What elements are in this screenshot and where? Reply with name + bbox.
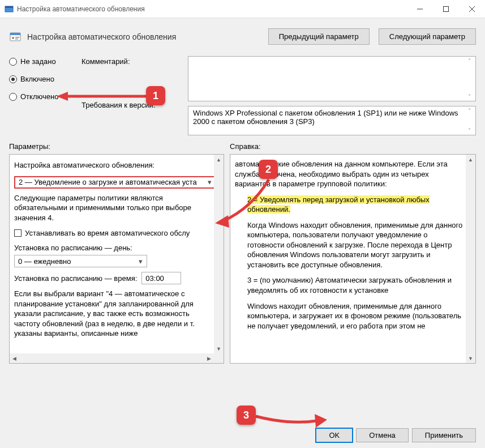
sched-time-label: Установка по расписанию — время: [14, 274, 137, 284]
radio-disabled[interactable]: Отключено [9, 92, 71, 101]
supported-on-box: Windows XP Professional с пакетом обновл… [188, 106, 476, 135]
options-title: Настройка автоматического обновления: [14, 160, 217, 170]
window-controls [407, 0, 485, 18]
svg-marker-14 [315, 414, 327, 428]
radio-icon [9, 58, 17, 66]
scroll-left-icon[interactable]: ◀ [10, 353, 19, 363]
radio-not-configured[interactable]: Не задано [9, 57, 71, 66]
comment-label: Комментарий: [81, 57, 178, 66]
sched-time-input[interactable]: 03:00 [141, 272, 181, 284]
radio-label: Включено [20, 75, 54, 83]
help-label: Справка: [230, 142, 476, 151]
close-button[interactable] [459, 0, 485, 18]
ok-button[interactable]: OK [316, 428, 353, 442]
svg-point-8 [12, 37, 14, 39]
radio-enabled[interactable]: Включено [9, 75, 71, 83]
combo-value: 0 — ежедневно [18, 257, 71, 267]
radio-label: Отключено [20, 92, 58, 101]
annotation-1: 1 [146, 86, 165, 105]
section-labels: Параметры: Справка: [0, 135, 485, 154]
supported-text: Windows XP Professional с пакетом обновл… [193, 109, 458, 126]
app-icon [5, 5, 14, 14]
maximize-button[interactable] [433, 0, 459, 18]
svg-rect-7 [10, 33, 20, 35]
scroll-corner [214, 353, 224, 363]
sched-day-combo[interactable]: 0 — ежедневно ▾ [14, 255, 147, 267]
options-pane: Настройка автоматического обновления: 2 … [9, 154, 224, 364]
scroll-down-icon[interactable]: ▼ [214, 344, 224, 353]
window-title: Настройка автоматического обновления [17, 5, 407, 13]
upper-section: Не задано Включено Отключено Комментарий… [0, 56, 485, 135]
svg-rect-1 [5, 6, 13, 8]
previous-setting-button[interactable]: Предыдущий параметр [268, 28, 370, 45]
cancel-button[interactable]: Отмена [356, 428, 409, 442]
svg-rect-3 [444, 6, 449, 11]
scroll-up-icon[interactable]: ▲ [466, 155, 475, 164]
maintenance-checkbox-row[interactable]: Устанавливать во время автоматического о… [14, 228, 217, 238]
annotation-3: 3 [237, 406, 256, 425]
state-radios: Не задано Включено Отключено [9, 56, 71, 135]
lower-section: Настройка автоматического обновления: 2 … [0, 154, 485, 364]
minimize-button[interactable] [407, 0, 433, 18]
apply-button[interactable]: Применить [412, 428, 476, 442]
options-tail-text: Если вы выбрали вариант "4 — автоматичес… [14, 289, 217, 339]
options-vscroll[interactable]: ▲ ▼ [214, 155, 224, 353]
options-hscroll[interactable]: ◀ ▶ [10, 353, 214, 363]
help-pane: автоматические обновления на данном комп… [230, 154, 476, 364]
checkbox-icon [14, 229, 22, 237]
radio-label: Не задано [20, 57, 56, 66]
radio-icon [9, 93, 17, 101]
options-note: Следующие параметры политики являются об… [14, 193, 217, 223]
help-p3: Когда Windows находит обновления, примен… [235, 220, 463, 270]
policy-title: Настройка автоматического обновления [27, 32, 259, 41]
update-mode-combo[interactable]: 2 — Уведомление о загрузке и автоматичес… [14, 176, 217, 189]
dialog-footer: OK Отмена Применить [316, 428, 476, 442]
annotation-2: 2 [259, 160, 278, 179]
upper-right: ˄˅ Windows XP Professional с пакетом обн… [188, 56, 476, 135]
svg-rect-10 [15, 39, 18, 40]
comment-textarea[interactable]: ˄˅ [188, 56, 476, 101]
help-p5: Windows находит обновления, применимые д… [235, 301, 463, 331]
svg-rect-9 [15, 37, 19, 38]
checkbox-label: Устанавливать во время автоматического о… [25, 228, 190, 238]
options-label: Параметры: [9, 142, 224, 151]
help-p4: 3 = (по умолчанию) Автоматически загружа… [235, 275, 463, 295]
policy-icon [9, 31, 22, 43]
sched-day-label: Установка по расписанию — день: [14, 243, 217, 253]
help-vscroll[interactable]: ▲ ▼ [466, 155, 475, 363]
policy-header: Настройка автоматического обновления Пре… [0, 18, 485, 56]
scroll-right-icon[interactable]: ▶ [204, 353, 214, 363]
chevron-down-icon: ▾ [204, 177, 214, 187]
scroll-down-icon[interactable]: ▼ [466, 353, 475, 363]
scroll-up-icon[interactable]: ▲ [214, 155, 224, 164]
combo-value: 2 — Уведомление о загрузке и автоматичес… [19, 177, 197, 187]
radio-icon [9, 75, 17, 83]
titlebar: Настройка автоматического обновления [0, 0, 485, 18]
help-p2-highlight: 2 = Уведомлять перед загрузкой и установ… [247, 195, 430, 214]
chevron-down-icon: ▾ [135, 255, 145, 267]
next-setting-button[interactable]: Следующий параметр [379, 28, 476, 45]
